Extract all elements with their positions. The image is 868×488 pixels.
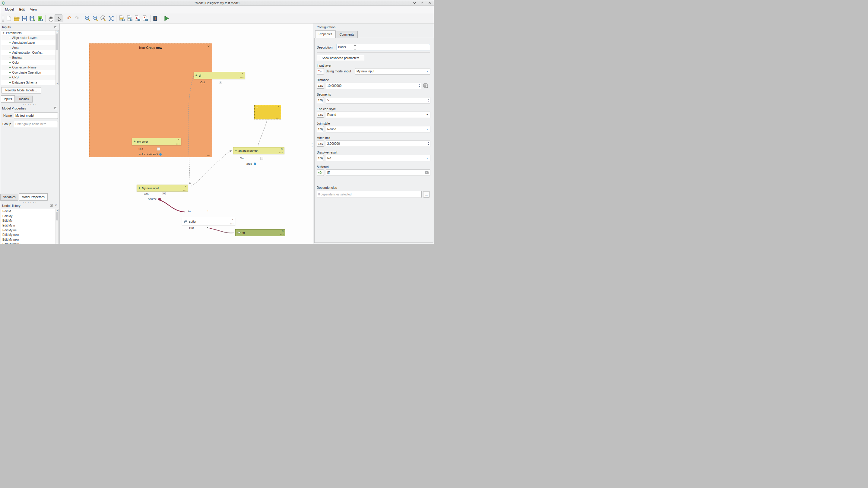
dissolve-result-combo[interactable]: No ▼ xyxy=(326,155,430,161)
undo-item[interactable]: Edit My n xyxy=(1,223,59,228)
tree-item[interactable]: +Area xyxy=(1,45,59,50)
export-image-icon[interactable] xyxy=(118,14,125,22)
resize-handle-icon[interactable]: ooo xyxy=(183,189,187,191)
miter-limit-input[interactable]: 2.000000 ▲▼ xyxy=(326,141,430,147)
tab-toolbox[interactable]: Toolbox xyxy=(15,96,33,102)
remove-node-icon[interactable]: ✕ xyxy=(177,139,180,141)
expand-caret-icon[interactable]: ▼ xyxy=(2,32,5,34)
remove-node-icon[interactable]: ✕ xyxy=(281,230,284,233)
node-di[interactable]: + di ✕ ooo xyxy=(194,72,245,79)
undo-item[interactable]: Edit M xyxy=(1,209,59,214)
node-buffer[interactable]: Buffer ✕ ooo xyxy=(182,218,235,225)
menu-edit[interactable]: Edit xyxy=(17,7,27,12)
node-my-new-input[interactable]: + My new input ✕ ooo xyxy=(136,185,188,191)
data-type-123-button[interactable]: 123▼ xyxy=(317,126,324,132)
tree-item[interactable]: +Color xyxy=(1,60,59,65)
spinner-arrows[interactable]: ▲▼ xyxy=(428,142,429,146)
tree-scrollbar[interactable]: ▲▼ xyxy=(56,30,59,85)
save-model-icon[interactable] xyxy=(21,14,28,22)
iterate-layer-button[interactable]: ** xyxy=(317,68,324,74)
dock-splitter[interactable]: • • • • • • xyxy=(0,104,59,105)
expand-outputs-toggle[interactable]: + xyxy=(219,81,222,84)
browse-dependencies-button[interactable]: ... xyxy=(423,191,430,197)
tree-item[interactable]: +Boolean xyxy=(1,55,59,60)
data-type-123-button[interactable]: 123▼ xyxy=(317,112,324,118)
tree-item[interactable]: +Align raster Layers xyxy=(1,35,59,40)
tab-inputs[interactable]: Inputs xyxy=(1,95,15,102)
tree-item[interactable]: +Connection Name xyxy=(1,65,59,70)
description-input[interactable]: Buffer xyxy=(337,44,430,50)
output-socket-icon[interactable] xyxy=(159,153,162,156)
dependencies-input[interactable]: 0 dependencies selected xyxy=(317,191,422,198)
save-model-as-icon[interactable] xyxy=(28,14,36,22)
save-in-project-icon[interactable] xyxy=(36,14,44,22)
maximize-icon[interactable] xyxy=(421,1,424,4)
float-panel-icon[interactable] xyxy=(54,107,57,109)
export-pdf-icon[interactable] xyxy=(125,14,133,22)
undo-item[interactable]: Edit My xyxy=(1,218,59,223)
zoom-in-icon[interactable] xyxy=(84,14,91,22)
tree-item[interactable]: +Authentication Config... xyxy=(1,50,59,55)
output-socket-icon[interactable] xyxy=(158,198,161,200)
zoom-out-icon[interactable] xyxy=(91,14,99,22)
tab-comments[interactable]: Comments xyxy=(336,31,358,38)
spinner-arrows[interactable]: ▲▼ xyxy=(418,84,420,88)
model-canvas[interactable]: New Group now ✕ ooo + di ✕ ooo xyxy=(60,24,313,244)
tree-item[interactable]: +CRS xyxy=(1,75,59,80)
collapse-outputs-toggle[interactable]: − xyxy=(157,148,160,151)
new-model-icon[interactable] xyxy=(5,14,13,22)
node-an-areacdnmnn[interactable]: + an areacdnmnn ✕ ooo xyxy=(233,147,284,154)
minimize-icon[interactable] xyxy=(413,1,416,4)
input-layer-combo[interactable]: My new input ▼ xyxy=(355,68,430,74)
tree-item[interactable]: +Database Schema xyxy=(1,80,59,85)
pan-icon[interactable] xyxy=(47,14,55,22)
resize-handle-icon[interactable]: ooo xyxy=(240,77,244,79)
tab-model-properties[interactable]: Model Properties xyxy=(19,193,48,201)
tree-item[interactable]: +Annotation Layer xyxy=(1,40,59,45)
undo-item[interactable]: Edit My ne xyxy=(1,228,59,233)
menu-view[interactable]: View xyxy=(28,7,39,12)
tree-root-parameters[interactable]: ▼Parameters xyxy=(1,30,59,35)
menu-model[interactable]: Model xyxy=(3,7,16,12)
resize-handle-icon[interactable]: ooo xyxy=(279,152,283,154)
undo-item[interactable]: Edit My new xyxy=(1,233,59,237)
show-advanced-parameters-button[interactable]: Show advanced parameters xyxy=(317,55,364,61)
toolbar-grip[interactable] xyxy=(2,15,4,22)
buffered-output-input[interactable]: fff ✕ xyxy=(326,170,430,176)
select-icon[interactable] xyxy=(55,14,62,22)
tab-properties[interactable]: Properties xyxy=(315,30,336,38)
help-icon[interactable]: ? xyxy=(152,14,159,22)
model-group-input[interactable]: Enter group name here xyxy=(14,121,58,127)
run-model-icon[interactable] xyxy=(162,14,170,22)
collapse-outputs-toggle[interactable]: − xyxy=(260,157,263,160)
remove-node-icon[interactable]: ✕ xyxy=(277,105,280,108)
expand-inputs-toggle[interactable]: + xyxy=(206,210,209,213)
tab-variables[interactable]: Variables xyxy=(0,194,19,201)
node-xzc[interactable]: xzc ✕ ooo xyxy=(254,105,281,119)
data-type-123-button[interactable]: 123▼ xyxy=(317,97,324,103)
float-panel-icon[interactable] xyxy=(50,204,53,207)
zoom-actual-icon[interactable]: 1:1 xyxy=(99,14,107,22)
undo-item[interactable]: Edit My xyxy=(1,214,59,219)
remove-node-icon[interactable]: ✕ xyxy=(241,72,244,75)
resize-handle-icon[interactable]: ooo xyxy=(276,117,280,119)
join-style-combo[interactable]: Round ▼ xyxy=(326,126,430,132)
expand-outputs-toggle[interactable]: + xyxy=(206,226,209,230)
undo-item[interactable]: Edit My new xyxy=(1,237,59,242)
redo-icon[interactable]: ↷ xyxy=(73,14,81,22)
model-name-input[interactable]: My test model xyxy=(14,113,58,119)
data-type-123-button[interactable]: 123▼ xyxy=(317,141,324,147)
tree-item[interactable]: +Coordinate Operation xyxy=(1,70,59,75)
dock-splitter[interactable]: • • • • • • xyxy=(0,202,59,204)
resize-handle-icon[interactable]: ooo xyxy=(280,234,284,236)
node-fff[interactable]: fff ✕ ooo xyxy=(235,229,285,236)
data-type-123-button[interactable]: 123▼ xyxy=(317,155,324,161)
data-type-123-button[interactable]: 123▼ xyxy=(317,83,324,89)
node-my-color[interactable]: + my color ✕ ooo xyxy=(132,138,181,145)
float-panel-icon[interactable] xyxy=(54,26,57,28)
segments-input[interactable]: 5 ▲▼ xyxy=(326,97,430,103)
export-script-icon[interactable]: * xyxy=(141,14,149,22)
undo-scrollbar[interactable]: ▲ xyxy=(56,209,59,244)
collapse-outputs-toggle[interactable]: − xyxy=(162,192,165,195)
distance-input[interactable]: 10.000000 ▲▼ xyxy=(326,83,421,89)
